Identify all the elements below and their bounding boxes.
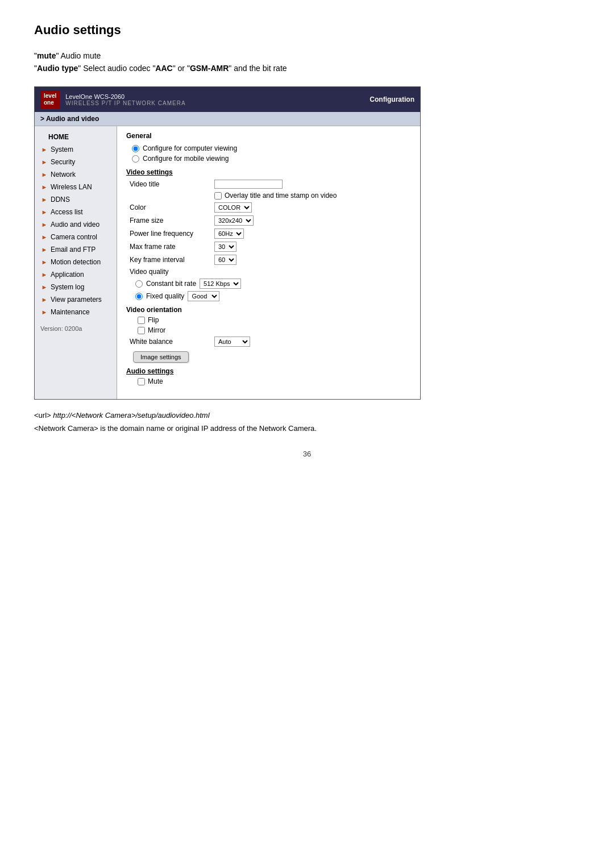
sidebar-item-camera-control[interactable]: ► Camera control [35, 231, 117, 243]
product-subtitle: Wireless P/T IP Network Camera [65, 100, 185, 106]
sidebar-item-access-list[interactable]: ► Access list [35, 206, 117, 218]
url-line: <url> http://<Network Camera>/setup/audi… [34, 411, 580, 420]
arrow-right-icon: ► [40, 308, 48, 316]
key-frame-control: 60 30 [214, 255, 237, 265]
image-settings-button[interactable]: Image settings [133, 351, 189, 363]
video-title-row: Video title [126, 180, 411, 189]
version-text: Version: 0200a [35, 318, 117, 334]
radio-computer-label: Configure for computer viewing [143, 144, 237, 152]
ui-body: HOME ► System ► Security ► Network ► Wir… [35, 126, 420, 399]
description-mute: "mute" Audio mute [34, 51, 580, 60]
sidebar-item-wireless-lan[interactable]: ► Wireless LAN [35, 181, 117, 193]
mirror-checkbox[interactable] [138, 327, 145, 334]
fixed-quality-select[interactable]: Good Better Best [188, 291, 219, 301]
overlay-label: Overlay title and time stamp on video [225, 192, 337, 200]
sidebar-item-label: Email and FTP [51, 246, 96, 254]
sidebar-item-ddns[interactable]: ► DDNS [35, 193, 117, 206]
mirror-row: Mirror [126, 326, 411, 334]
sidebar-item-network[interactable]: ► Network [35, 168, 117, 181]
radio-mobile-input[interactable] [132, 155, 139, 163]
flip-checkbox[interactable] [138, 317, 145, 324]
arrow-right-icon: ► [40, 258, 48, 266]
arrow-right-icon: ► [40, 233, 48, 241]
sidebar-item-audio-video[interactable]: ► Audio and video [35, 218, 117, 231]
video-quality-label: Video quality [126, 268, 214, 276]
radio-mobile-viewing: Configure for mobile viewing [126, 155, 411, 163]
arrow-right-icon: ► [40, 283, 48, 291]
mirror-label: Mirror [148, 326, 165, 334]
max-frame-select[interactable]: 30 15 [214, 242, 237, 252]
white-balance-label: White balance [126, 338, 214, 346]
mute-checkbox[interactable] [138, 378, 145, 385]
sidebar-item-security[interactable]: ► Security [35, 156, 117, 168]
sidebar-item-email-ftp[interactable]: ► Email and FTP [35, 243, 117, 256]
sidebar-item-label: Motion detection [51, 258, 101, 266]
breadcrumb: > Audio and video [35, 112, 420, 126]
page-title: Audio settings [34, 23, 580, 38]
power-line-label: Power line frequency [126, 230, 214, 238]
radio-mobile-label: Configure for mobile viewing [143, 155, 229, 163]
config-label: Configuration [370, 95, 414, 103]
color-select[interactable]: COLOR B/W [214, 202, 252, 213]
white-balance-select[interactable]: Auto Manual [214, 337, 250, 347]
sidebar-item-motion-detection[interactable]: ► Motion detection [35, 256, 117, 268]
sidebar-item-label: Wireless LAN [51, 183, 92, 191]
logo-box: level one [40, 90, 60, 109]
radio-computer-input[interactable] [132, 145, 139, 152]
arrow-right-icon: ► [40, 246, 48, 254]
description-audio-type: "Audio type" Select audio codec "AAC" or… [34, 64, 580, 73]
color-row: Color COLOR B/W [126, 202, 411, 213]
sidebar-item-application[interactable]: ► Application [35, 268, 117, 281]
constant-label: Constant bit rate [146, 280, 196, 288]
constant-radio[interactable] [135, 280, 143, 288]
sidebar-item-label: Camera control [51, 233, 97, 241]
key-frame-row: Key frame interval 60 30 [126, 255, 411, 265]
max-frame-control: 30 15 [214, 242, 237, 252]
fixed-quality-row: Fixed quality Good Better Best [126, 291, 411, 301]
sidebar-item-view-parameters[interactable]: ► View parameters [35, 293, 117, 306]
arrow-right-icon: ► [40, 208, 48, 216]
power-line-select[interactable]: 60Hz 50Hz [214, 229, 244, 239]
arrow-right-icon: ► [40, 196, 48, 203]
video-title-label: Video title [126, 180, 214, 188]
max-frame-label: Max frame rate [126, 243, 214, 251]
sidebar: HOME ► System ► Security ► Network ► Wir… [35, 126, 117, 399]
main-content: General Configure for computer viewing C… [117, 126, 420, 399]
sidebar-item-system-log[interactable]: ► System log [35, 281, 117, 293]
frame-size-row: Frame size 320x240 640x480 [126, 215, 411, 226]
arrow-right-icon: ► [40, 183, 48, 191]
url-path: http://<Network Camera>/setup/audiovideo… [53, 411, 209, 420]
key-frame-select[interactable]: 60 30 [214, 255, 237, 265]
video-title-input[interactable] [214, 180, 283, 189]
video-quality-label-row: Video quality [126, 268, 411, 276]
sidebar-item-system[interactable]: ► System [35, 143, 117, 156]
arrow-right-icon: ► [40, 271, 48, 279]
frame-size-control: 320x240 640x480 [214, 215, 254, 226]
sidebar-item-label: Application [51, 271, 84, 279]
camera-ui-panel: level one LevelOne WCS-2060 Wireless P/T… [34, 86, 421, 400]
url-prefix: <url> [34, 411, 51, 420]
white-balance-row: White balance Auto Manual [126, 337, 411, 347]
frame-size-select[interactable]: 320x240 640x480 [214, 215, 254, 226]
product-info: LevelOne WCS-2060 Wireless P/T IP Networ… [65, 93, 185, 106]
mute-row: Mute [126, 377, 411, 385]
radio-computer-viewing: Configure for computer viewing [126, 144, 411, 152]
mute-label: Mute [148, 377, 163, 385]
overlay-checkbox[interactable] [214, 192, 222, 200]
color-label: Color [126, 203, 214, 211]
constant-bit-rate-row: Constant bit rate 512 Kbps 256 Kbps [126, 279, 411, 289]
arrow-right-icon: ► [40, 171, 48, 178]
ui-header: level one LevelOne WCS-2060 Wireless P/T… [35, 87, 420, 112]
sidebar-item-home[interactable]: HOME [35, 131, 117, 143]
video-orientation-title: Video orientation [126, 306, 411, 314]
fixed-radio[interactable] [135, 293, 143, 300]
constant-value-select[interactable]: 512 Kbps 256 Kbps [200, 279, 241, 289]
max-frame-row: Max frame rate 30 15 [126, 242, 411, 252]
sidebar-item-maintenance[interactable]: ► Maintenance [35, 306, 117, 318]
product-name: LevelOne WCS-2060 [65, 93, 185, 100]
arrow-right-icon: ► [40, 296, 48, 304]
arrow-right-icon: ► [40, 146, 48, 153]
mute-text: "mute" Audio mute [34, 51, 101, 60]
sidebar-item-label: View parameters [51, 296, 102, 304]
sidebar-item-label: Maintenance [51, 308, 90, 316]
